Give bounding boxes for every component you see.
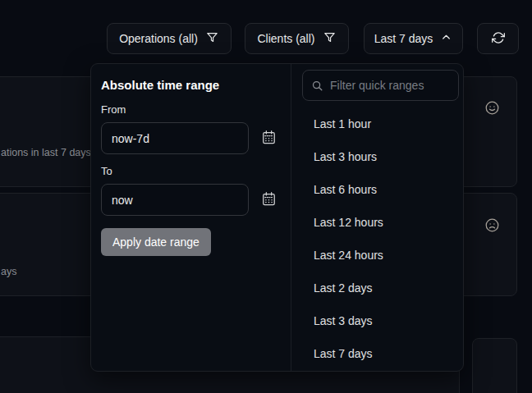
absolute-range-title: Absolute time range <box>101 78 219 92</box>
bottom-right-card <box>472 338 517 393</box>
filter-funnel-icon <box>323 30 337 47</box>
stat-card-caption: ays <box>1 266 16 277</box>
time-picker-panel: Absolute time range From To <box>90 63 464 372</box>
refresh-button[interactable] <box>477 23 519 54</box>
dashboard-screen: ations in last 7 days ays Operations (al… <box>0 0 532 393</box>
to-label: To <box>101 165 112 177</box>
operations-filter-label: Operations (all) <box>119 32 198 45</box>
from-calendar-button[interactable] <box>259 130 277 148</box>
chevron-up-icon <box>440 31 452 46</box>
refresh-icon <box>492 31 505 47</box>
time-range-label: Last 7 days <box>374 32 433 45</box>
to-calendar-button[interactable] <box>259 191 277 209</box>
from-label: From <box>101 103 126 116</box>
quick-option-last-6-hours[interactable]: Last 6 hours <box>291 173 465 206</box>
calendar-icon <box>261 197 277 209</box>
quick-option-last-12-hours[interactable]: Last 12 hours <box>291 206 465 239</box>
quick-range-search <box>302 70 459 101</box>
from-input[interactable] <box>101 122 249 154</box>
calendar-icon <box>261 135 277 148</box>
frown-face-icon <box>484 217 500 233</box>
time-range-button[interactable]: Last 7 days <box>364 23 463 54</box>
apply-date-range-button[interactable]: Apply date range <box>101 228 211 256</box>
filter-funnel-icon <box>205 30 219 47</box>
quick-option-last-24-hours[interactable]: Last 24 hours <box>291 239 465 272</box>
operations-filter-button[interactable]: Operations (all) <box>107 23 232 54</box>
quick-option-last-2-days[interactable]: Last 2 days <box>291 272 465 304</box>
clients-filter-label: Clients (all) <box>257 32 314 45</box>
quick-option-last-1-hour[interactable]: Last 1 hour <box>291 107 465 140</box>
to-input[interactable] <box>101 184 249 216</box>
quick-range-filter-input[interactable] <box>330 79 450 92</box>
quick-option-last-3-days[interactable]: Last 3 days <box>291 304 465 337</box>
quick-option-last-3-hours[interactable]: Last 3 hours <box>291 140 465 173</box>
stat-card-caption: ations in last 7 days <box>1 147 91 158</box>
search-icon <box>311 80 323 92</box>
clients-filter-button[interactable]: Clients (all) <box>245 23 349 54</box>
smiley-face-icon <box>484 100 500 116</box>
quick-option-last-7-days[interactable]: Last 7 days <box>291 337 465 370</box>
